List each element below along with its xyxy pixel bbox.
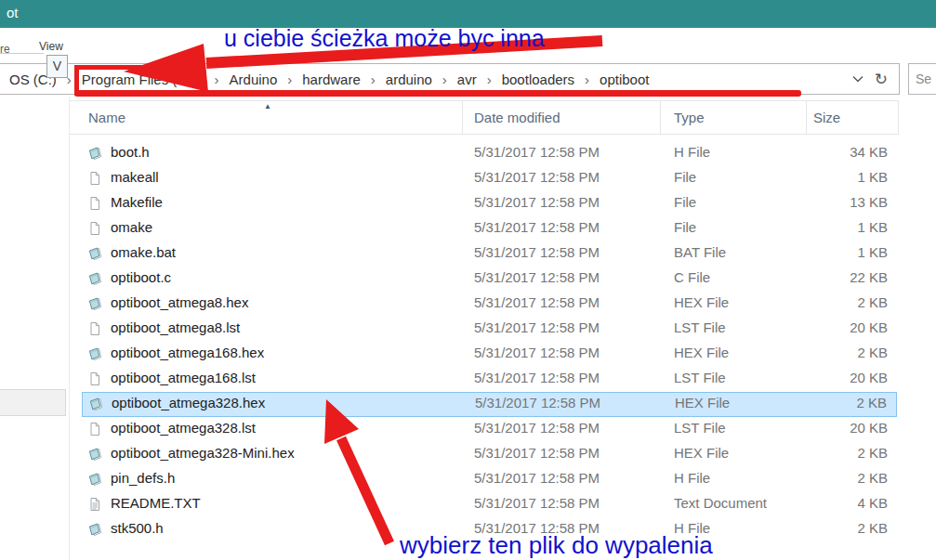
file-size: 2 KB xyxy=(857,445,888,461)
ribbon-tab-view[interactable]: View xyxy=(39,40,63,53)
breadcrumb-item[interactable]: Arduino xyxy=(228,72,280,87)
file-type: File xyxy=(674,219,696,235)
explorer-window: ot re View V OS (C:)›Program Files (x86)… xyxy=(0,0,936,560)
file-row[interactable]: optiboot_atmega328-Mini.hex5/31/2017 12:… xyxy=(82,442,897,467)
breadcrumb-item[interactable]: Program Files (x86) xyxy=(80,72,206,87)
file-date: 5/31/2017 12:58 PM xyxy=(474,169,600,185)
file-date: 5/31/2017 12:58 PM xyxy=(474,319,600,335)
file-size: 34 KB xyxy=(850,144,888,160)
file-type: LST File xyxy=(674,319,726,335)
source-file-icon xyxy=(87,246,102,261)
column-header-row: ▲ Name Date modified Type Size xyxy=(70,100,899,135)
file-name: omake xyxy=(111,219,152,235)
view-keytip: V xyxy=(46,55,68,78)
text-file-icon xyxy=(87,497,102,512)
file-file-icon xyxy=(87,321,102,336)
file-date: 5/31/2017 12:58 PM xyxy=(474,370,600,385)
file-file-icon xyxy=(87,171,102,186)
file-date: 5/31/2017 12:58 PM xyxy=(474,445,600,461)
file-row[interactable]: optiboot_atmega8.hex5/31/2017 12:58 PMHE… xyxy=(82,292,897,317)
file-name: optiboot_atmega168.hex xyxy=(111,345,264,360)
file-row[interactable]: makeall5/31/2017 12:58 PMFile1 KB xyxy=(82,166,897,191)
file-type: LST File xyxy=(674,420,726,436)
file-date: 5/31/2017 12:58 PM xyxy=(474,520,600,536)
file-name: optiboot_atmega8.hex xyxy=(111,294,248,310)
file-name: optiboot_atmega328.hex xyxy=(112,395,265,410)
breadcrumb-item[interactable]: avr xyxy=(455,72,479,87)
file-date: 5/31/2017 12:58 PM xyxy=(474,470,600,486)
file-date: 5/31/2017 12:58 PM xyxy=(474,244,600,260)
file-name: pin_defs.h xyxy=(111,470,175,486)
file-type: HEX File xyxy=(675,395,730,410)
file-row[interactable]: Makefile5/31/2017 12:58 PMFile13 KB xyxy=(82,191,897,216)
file-type: HEX File xyxy=(674,445,729,461)
file-size: 1 KB xyxy=(857,169,888,185)
column-header-size[interactable]: Size xyxy=(813,110,840,125)
file-date: 5/31/2017 12:58 PM xyxy=(474,194,600,210)
file-size: 4 KB xyxy=(857,495,888,511)
file-row[interactable]: omake5/31/2017 12:58 PMFile1 KB xyxy=(82,216,897,241)
window-title: ot xyxy=(7,5,19,20)
breadcrumb-item[interactable]: optiboot xyxy=(598,72,651,87)
file-type: C File xyxy=(674,269,710,285)
breadcrumb-separator-icon: › xyxy=(434,72,455,87)
file-size: 2 KB xyxy=(857,470,888,486)
chevron-down-icon[interactable] xyxy=(852,75,863,83)
file-date: 5/31/2017 12:58 PM xyxy=(474,294,600,310)
file-row[interactable]: pin_defs.h5/31/2017 12:58 PMH File2 KB xyxy=(82,467,897,492)
file-row[interactable]: stk500.h5/31/2017 12:58 PMH File2 KB xyxy=(82,517,897,542)
breadcrumb-item[interactable]: arduino xyxy=(384,72,434,87)
search-placeholder: Se xyxy=(916,72,931,86)
file-row[interactable]: omake.bat5/31/2017 12:58 PMBAT File1 KB xyxy=(82,241,897,267)
file-type: BAT File xyxy=(674,244,726,260)
search-box[interactable]: Se xyxy=(908,63,936,95)
breadcrumb-separator-icon: › xyxy=(576,72,598,87)
refresh-icon[interactable]: ↻ xyxy=(875,72,888,87)
file-size: 1 KB xyxy=(857,244,888,260)
file-row[interactable]: README.TXT5/31/2017 12:58 PMText Documen… xyxy=(82,492,897,517)
file-row[interactable]: optiboot_atmega168.lst5/31/2017 12:58 PM… xyxy=(82,367,897,392)
column-header-date-modified[interactable]: Date modified xyxy=(474,110,560,125)
file-row-selected[interactable]: optiboot_atmega328.hex5/31/2017 12:58 PM… xyxy=(82,392,897,417)
file-name: optiboot_atmega8.lst xyxy=(111,319,240,335)
column-header-name[interactable]: Name xyxy=(88,110,125,125)
file-date: 5/31/2017 12:58 PM xyxy=(474,144,600,160)
ribbon: re View xyxy=(0,28,936,63)
file-size: 2 KB xyxy=(857,520,888,536)
file-name: README.TXT xyxy=(111,495,201,511)
file-row[interactable]: boot.h5/31/2017 12:58 PMH File34 KB xyxy=(82,141,897,166)
title-bar[interactable]: ot xyxy=(0,0,936,28)
ribbon-divider xyxy=(0,53,44,54)
file-file-icon xyxy=(87,221,102,236)
file-date: 5/31/2017 12:58 PM xyxy=(474,420,600,436)
file-row[interactable]: optiboot_atmega8.lst5/31/2017 12:58 PMLS… xyxy=(82,317,897,342)
breadcrumb-separator-icon: › xyxy=(279,72,300,87)
file-size: 20 KB xyxy=(850,319,888,335)
file-name: omake.bat xyxy=(111,244,176,260)
breadcrumb-item[interactable]: hardware xyxy=(300,72,363,87)
pane-divider xyxy=(69,97,70,560)
breadcrumb: OS (C:)›Program Files (x86)›Arduino›hard… xyxy=(0,72,651,87)
file-type: Text Document xyxy=(674,495,767,511)
navigation-pane-item[interactable] xyxy=(0,389,66,416)
file-date: 5/31/2017 12:58 PM xyxy=(474,269,600,285)
file-name: boot.h xyxy=(111,144,150,160)
file-row[interactable]: optiboot.c5/31/2017 12:58 PMC File22 KB xyxy=(82,267,897,292)
file-type: File xyxy=(674,194,696,210)
breadcrumb-item[interactable]: bootloaders xyxy=(500,72,576,87)
source-file-icon xyxy=(87,346,102,361)
breadcrumb-separator-icon: › xyxy=(479,72,500,87)
file-date: 5/31/2017 12:58 PM xyxy=(475,395,600,410)
breadcrumb-separator-icon: › xyxy=(206,72,228,87)
file-type: LST File xyxy=(674,370,726,385)
file-size: 22 KB xyxy=(850,269,888,285)
file-row[interactable]: optiboot_atmega168.hex5/31/2017 12:58 PM… xyxy=(82,342,897,367)
source-file-icon xyxy=(88,397,103,411)
column-header-type[interactable]: Type xyxy=(674,110,705,125)
address-bar[interactable]: OS (C:)›Program Files (x86)›Arduino›hard… xyxy=(0,63,900,95)
file-type: H File xyxy=(674,520,710,536)
file-type: H File xyxy=(674,470,710,486)
file-row[interactable]: optiboot_atmega328.lst5/31/2017 12:58 PM… xyxy=(82,417,897,442)
file-type: HEX File xyxy=(674,345,729,360)
file-size: 2 KB xyxy=(856,395,887,410)
